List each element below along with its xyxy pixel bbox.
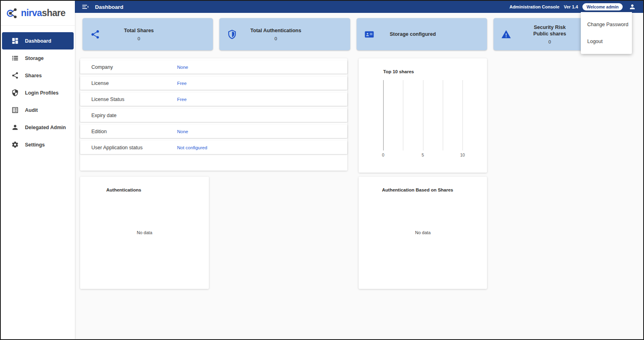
sidebar-item-settings[interactable]: Settings [2,136,74,153]
row-value: None [177,65,188,70]
stat-title: Storage configured [379,31,447,37]
row-value: None [177,129,188,134]
gear-icon [11,141,19,148]
share-icon [11,72,19,79]
stat-card-total-shares: Total Shares 0 [83,18,213,50]
row-label: User Application status [80,145,177,150]
stat-cards-row: Total Shares 0 Total Authentications 0 [83,18,624,50]
row-label: Edition [80,129,177,134]
sidebar-item-label: Shares [25,73,42,78]
row-label: Expiry date [80,113,177,118]
chart-title: Authentications [106,188,141,192]
sidebar-item-shares[interactable]: Shares [2,67,74,84]
brand-name: nirvashare [21,8,65,19]
sidebar-item-label: Dashboard [25,38,51,44]
stat-card-total-authentications: Total Authentications 0 [219,18,350,50]
row-value: Free [177,97,187,102]
no-data-message: No data [80,230,209,235]
chart-title: Authentication Based on Shares [382,188,453,192]
stat-title: Security Risk [516,24,584,31]
user-account-icon[interactable] [629,3,636,10]
axis-tick-label: 0 [382,152,384,157]
sidebar-item-storage[interactable]: Storage [2,49,74,67]
chart-gridline [383,80,384,150]
table-row: Expiry date [80,109,347,122]
version-label: Ver 1.4 [564,4,578,9]
stat-title: Total Authentications [242,27,310,34]
menu-item-logout[interactable]: Logout [581,33,632,50]
sidebar-item-label: Audit [25,107,38,113]
license-info-panel: Company None License Free License Status… [80,58,347,171]
list-icon [11,54,19,62]
chart-gridline [423,80,423,150]
shield-icon [227,29,237,39]
sidebar-item-delegated-admin[interactable]: Delegated Admin [2,119,74,136]
menu-open-icon[interactable] [81,3,89,11]
share-icon [90,29,100,39]
stat-title-line2: Public shares [516,31,584,37]
stat-value: 0 [516,39,584,44]
chart-gridline [443,80,443,150]
axis-tick-label: 5 [422,152,424,157]
list-alt-icon [11,106,19,114]
person-icon [11,124,19,131]
sidebar-item-label: Login Profiles [25,90,58,96]
chart-gridline [403,80,403,150]
console-label: Administration Console [510,4,559,9]
table-row: License Free [80,76,347,90]
sidebar-item-label: Settings [25,142,45,148]
welcome-badge: Welcome admin [582,3,623,10]
user-menu: Change Password Logout [581,12,632,54]
row-label: License [80,80,177,86]
shield-icon [11,89,19,97]
page-title: Dashboard [95,4,124,10]
sidebar: nirvashare Dashboard Storage Shares Logi… [1,1,75,339]
stat-card-storage-configured: Storage configured [357,18,487,50]
top-10-shares-chart-panel: Top 10 shares 0510 [359,58,487,173]
table-row: Edition None [80,125,347,138]
chart-title: Top 10 shares [383,69,414,74]
sidebar-item-label: Storage [25,56,44,61]
main-content: Total Shares 0 Total Authentications 0 [75,13,643,339]
row-label: License Status [80,97,177,102]
nirvashare-logo-icon [6,7,19,19]
axis-tick-label: 10 [460,152,465,157]
authentications-chart-panel: Authentications No data [80,177,209,289]
sidebar-item-login-profiles[interactable]: Login Profiles [2,84,74,101]
row-value: Not configured [177,145,207,150]
id-card-icon [364,29,374,39]
dashboard-icon [11,37,19,45]
sidebar-item-dashboard[interactable]: Dashboard [2,32,74,49]
brand-logo: nirvashare [1,1,75,26]
stat-value: 0 [242,36,310,41]
stat-title: Total Shares [105,27,173,34]
auth-based-on-shares-chart-panel: Authentication Based on Shares No data [359,177,487,289]
table-row: User Application status Not configured [80,141,347,154]
chart-plot-area: 0510 [383,80,462,150]
warning-icon [501,29,511,39]
stat-value: 0 [105,36,173,41]
row-label: Company [80,64,177,70]
app-window: nirvashare Dashboard Storage Shares Logi… [0,0,644,340]
no-data-message: No data [359,230,487,235]
brand-name-primary: nirva [21,8,42,18]
brand-name-secondary: share [42,8,65,18]
sidebar-nav: Dashboard Storage Shares Login Profiles … [1,26,75,153]
table-row: License Status Free [80,93,347,106]
row-value: Free [177,81,187,86]
table-row: Company None [80,60,347,74]
sidebar-item-audit[interactable]: Audit [2,101,74,119]
menu-item-change-password[interactable]: Change Password [581,16,632,33]
chart-gridline [462,80,463,150]
topbar: Dashboard Administration Console Ver 1.4… [75,1,643,13]
sidebar-item-label: Delegated Admin [25,125,66,130]
topbar-right: Administration Console Ver 1.4 Welcome a… [510,3,636,10]
